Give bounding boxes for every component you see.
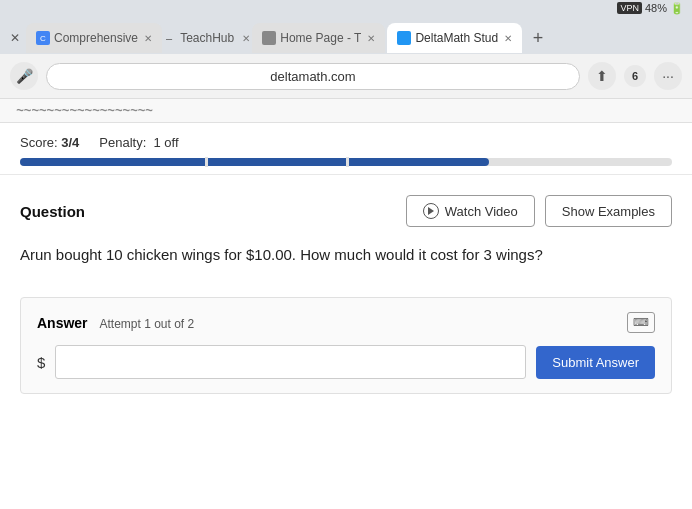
watch-video-button[interactable]: Watch Video [406,195,535,227]
header-strip-text: ~~~~~~~~~~~~~~~~~~ [16,103,153,118]
tab-homepage-close[interactable]: ✕ [367,33,375,44]
browser-close-button[interactable]: ✕ [6,29,24,47]
penalty-info: Penalty: 1 off [99,135,178,150]
score-label: Score: 3/4 [20,135,79,150]
question-buttons: Watch Video Show Examples [406,195,672,227]
penalty-value: 1 off [154,135,179,150]
comprehensive-favicon: C [36,31,50,45]
tab-count-badge[interactable]: 6 [624,65,646,87]
tab-comprehensive-close[interactable]: ✕ [144,33,152,44]
teachhub-label[interactable]: TeachHub [176,29,238,47]
progress-fill [20,158,489,166]
score-value: 3/4 [61,135,79,150]
tab-comprehensive[interactable]: C Comprehensive ✕ [26,23,162,53]
browser-chrome: VPN 48% 🔋 ✕ C Comprehensive ✕ – TeachHub… [0,0,692,99]
question-label: Question [20,203,85,220]
keyboard-icon[interactable]: ⌨ [627,312,655,333]
homepage-favicon [262,31,276,45]
play-circle-icon [423,203,439,219]
answer-label-group: Answer Attempt 1 out of 2 [37,315,194,331]
answer-input[interactable] [55,345,526,379]
more-options-icon[interactable]: ··· [654,62,682,90]
tab-deltamath-close[interactable]: ✕ [504,33,512,44]
question-header: Question Watch Video Show Examples [20,195,672,227]
tab-homepage[interactable]: Home Page - T ✕ [252,23,385,53]
dollar-sign-label: $ [37,354,45,371]
vpn-badge: VPN [617,2,642,14]
status-bar: VPN 48% 🔋 [0,0,692,16]
tab-bar: ✕ C Comprehensive ✕ – TeachHub ✕ Home Pa… [0,16,692,54]
attempt-label: Attempt 1 out of 2 [99,317,194,331]
question-text: Arun bought 10 chicken wings for $10.00.… [20,243,672,267]
deltamath-favicon [397,31,411,45]
watch-video-label: Watch Video [445,204,518,219]
show-examples-button[interactable]: Show Examples [545,195,672,227]
submit-answer-button[interactable]: Submit Answer [536,346,655,379]
play-triangle-icon [428,207,434,215]
answer-label: Answer [37,315,88,331]
address-bar: 🎤 ⬆ 6 ··· [0,54,692,98]
tab-deltamath[interactable]: DeltaMath Stud ✕ [387,23,522,53]
score-info: Score: 3/4 Penalty: 1 off [20,135,672,150]
show-examples-label: Show Examples [562,204,655,219]
question-section: Question Watch Video Show Examples Arun … [0,175,692,297]
page-content: ~~~~~~~~~~~~~~~~~~ Score: 3/4 Penalty: 1… [0,99,692,509]
page-header-strip: ~~~~~~~~~~~~~~~~~~ [0,99,692,123]
address-input[interactable] [46,63,580,90]
tab-separator: – [164,30,174,46]
tab-comprehensive-label: Comprehensive [54,31,138,45]
progress-bar [20,158,672,166]
new-tab-button[interactable]: + [524,24,552,52]
score-bar: Score: 3/4 Penalty: 1 off [0,123,692,175]
microphone-icon[interactable]: 🎤 [10,62,38,90]
answer-input-row: $ Submit Answer [37,345,655,379]
tab-homepage-label: Home Page - T [280,31,361,45]
share-icon[interactable]: ⬆ [588,62,616,90]
tab-deltamath-label: DeltaMath Stud [415,31,498,45]
submit-label: Submit Answer [552,355,639,370]
teachhub-close[interactable]: ✕ [242,33,250,44]
answer-header: Answer Attempt 1 out of 2 ⌨ [37,312,655,333]
battery-status: 48% [645,2,667,14]
answer-section: Answer Attempt 1 out of 2 ⌨ $ Submit Ans… [20,297,672,394]
